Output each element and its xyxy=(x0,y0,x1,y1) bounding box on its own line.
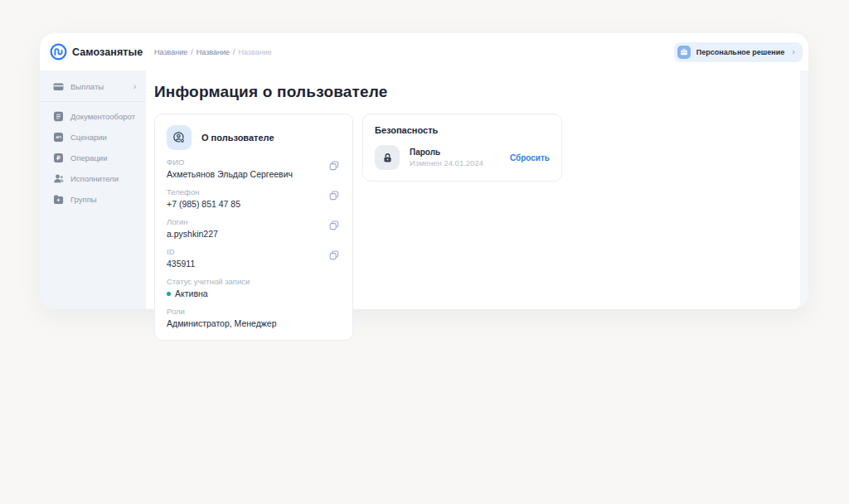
sidebar-item-label: Исполнители xyxy=(70,174,119,183)
page-title: Информация о пользователе xyxy=(154,83,800,101)
password-label: Пароль xyxy=(410,148,483,157)
folder-icon xyxy=(53,194,64,205)
breadcrumb-separator: / xyxy=(191,48,193,56)
security-card-title: Безопасность xyxy=(375,125,550,135)
app-header: Самозанятые Название / Название / Назван… xyxy=(40,33,808,70)
personal-solution-label: Персональное решение xyxy=(696,48,785,56)
brand-logo[interactable]: Самозанятые xyxy=(50,43,146,61)
status-text: Активна xyxy=(175,288,208,298)
document-icon xyxy=(53,111,64,122)
password-changed-date: Изменен 24.01.2024 xyxy=(410,158,483,167)
field-phone: Телефон +7 (985) 851 47 85 xyxy=(167,187,341,210)
field-value: +7 (985) 851 47 85 xyxy=(167,198,323,210)
sidebar-item-executors[interactable]: Исполнители xyxy=(40,168,146,189)
copy-icon[interactable] xyxy=(329,161,339,171)
user-settings-icon xyxy=(167,125,192,150)
password-row: Пароль Изменен 24.01.2024 Сбросить xyxy=(375,145,550,170)
copy-icon[interactable] xyxy=(329,220,339,230)
sidebar-item-groups[interactable]: Группы xyxy=(40,189,146,210)
sidebar-item-label: Документооборот xyxy=(70,112,135,121)
sidebar-item-payouts[interactable]: Выплаты › xyxy=(40,76,146,97)
field-value: a.pyshkin227 xyxy=(167,228,323,240)
reset-password-link[interactable]: Сбросить xyxy=(510,153,550,162)
field-fio: ФИО Ахметьянов Эльдар Сергеевич xyxy=(167,158,341,180)
field-login: Логин a.pyshkin227 xyxy=(167,217,341,240)
user-card-title: О пользователе xyxy=(201,133,274,143)
breadcrumb-item[interactable]: Название xyxy=(154,48,187,56)
sidebar-item-documents[interactable]: Документооборот xyxy=(40,106,146,127)
field-account-status: Статус учетной записи Активна xyxy=(167,277,341,299)
breadcrumb-separator: / xyxy=(233,48,235,56)
chevron-right-icon: › xyxy=(792,47,795,56)
sidebar-item-operations[interactable]: ₽ Операции xyxy=(40,148,146,168)
sidebar-item-scenarios[interactable]: API Сценарии xyxy=(40,127,146,148)
sidebar-item-label: Операции xyxy=(70,153,107,162)
sidebar-item-label: Выплаты xyxy=(70,82,104,91)
brand-name: Самозанятые xyxy=(72,46,143,58)
copy-icon[interactable] xyxy=(329,191,339,201)
main-content: Информация о пользователе xyxy=(146,70,800,309)
people-icon xyxy=(53,173,64,184)
copy-icon[interactable] xyxy=(329,250,339,260)
personal-solution-button[interactable]: Персональное решение › xyxy=(674,42,803,62)
field-label: ФИО xyxy=(167,158,323,167)
sidebar-item-label: Сценарии xyxy=(70,133,107,142)
field-label: ID xyxy=(167,247,323,257)
field-label: Роли xyxy=(167,307,323,317)
svg-text:API: API xyxy=(56,135,61,139)
wallet-icon xyxy=(53,81,64,92)
sidebar: Выплаты › Документооборот API Сценарии ₽ xyxy=(40,70,146,309)
briefcase-icon xyxy=(677,46,691,59)
app-window: Самозанятые Название / Название / Назван… xyxy=(40,33,808,309)
field-label: Логин xyxy=(167,217,323,227)
sidebar-item-label: Группы xyxy=(70,195,97,204)
chevron-right-icon: › xyxy=(133,82,136,91)
api-icon: API xyxy=(53,132,64,143)
user-info-card: О пользователе ФИО Ахметьянов Эльдар Сер… xyxy=(154,114,353,341)
ruble-icon: ₽ xyxy=(53,153,64,163)
status-value: Активна xyxy=(167,288,323,299)
field-id: ID 435911 xyxy=(167,247,341,269)
sidebar-divider xyxy=(40,101,146,102)
breadcrumb-item[interactable]: Название xyxy=(196,48,230,56)
brand-logo-icon xyxy=(50,43,67,61)
field-value: Администратор, Менеджер xyxy=(167,317,323,329)
field-label: Телефон xyxy=(167,187,323,197)
security-card: Безопасность Пароль Изменен 24.01.2024 xyxy=(362,114,562,182)
breadcrumb-item-current: Название xyxy=(238,48,271,56)
field-value: 435911 xyxy=(167,258,323,269)
field-roles: Роли Администратор, Менеджер xyxy=(167,307,341,329)
status-dot-icon xyxy=(167,292,171,296)
field-label: Статус учетной записи xyxy=(167,277,323,287)
svg-text:₽: ₽ xyxy=(56,155,61,161)
field-value: Ахметьянов Эльдар Сергеевич xyxy=(167,168,323,180)
lock-icon xyxy=(375,145,400,170)
breadcrumb: Название / Название / Название xyxy=(154,48,272,56)
